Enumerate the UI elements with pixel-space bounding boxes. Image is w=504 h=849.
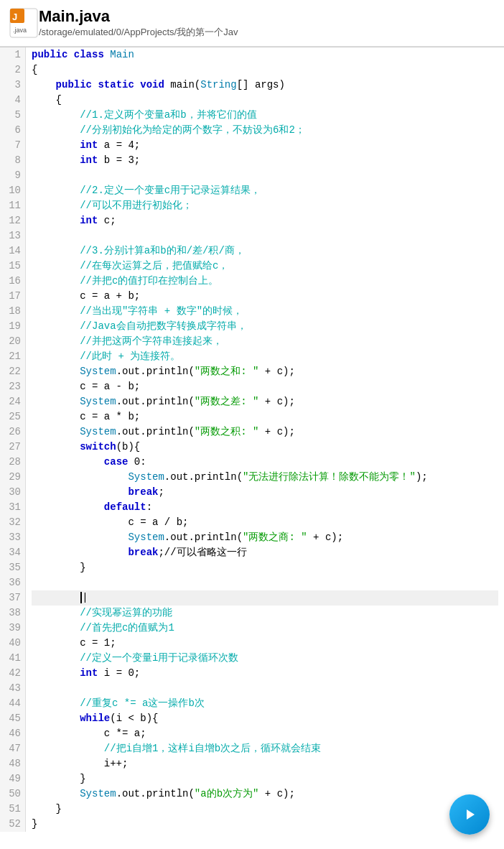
- plain-token: .out.println(: [116, 426, 195, 437]
- plain-token: i = 0;: [98, 667, 140, 679]
- code-line: //实现幂运算的功能: [32, 606, 498, 621]
- line-number: 11: [4, 198, 21, 213]
- code-line: break;: [32, 485, 498, 500]
- line-number: 33: [4, 530, 21, 545]
- line-number: 19: [4, 319, 21, 334]
- plain-token: .out.println(: [116, 366, 195, 377]
- plain-token: [32, 366, 80, 377]
- plain-token: (i < b){: [110, 713, 158, 724]
- plain-token: .out.println(: [116, 788, 195, 799]
- line-number: 37: [4, 590, 21, 606]
- code-line: public static void main(String[] args): [32, 78, 498, 93]
- line-number: 50: [4, 787, 21, 802]
- plain-token: [32, 547, 128, 558]
- code-line: [32, 575, 498, 590]
- kw-token: default: [104, 501, 146, 513]
- code-editor[interactable]: public class Main{ public static void ma…: [26, 47, 504, 832]
- plain-token: [32, 139, 80, 151]
- line-number: 42: [4, 666, 21, 681]
- svg-marker-4: [467, 809, 475, 820]
- code-line: System.out.println("两数之和: " + c);: [32, 364, 498, 379]
- cn-token: System: [80, 426, 116, 437]
- plain-token: [] args): [237, 79, 285, 91]
- plain-token: 0:: [128, 456, 146, 468]
- java-file-icon: J .java: [9, 8, 39, 38]
- code-line: //Java会自动把数字转换成字符串，: [32, 319, 498, 334]
- kw-token: break: [128, 547, 158, 558]
- code-line: //2.定义一个变量c用于记录运算结果，: [32, 183, 498, 198]
- plain-token: .out.println(: [164, 471, 243, 483]
- cmt-token: //1.定义两个变量a和b，并将它们的值: [80, 109, 256, 121]
- plain-token: + c);: [258, 396, 294, 407]
- kw-token: switch: [80, 441, 116, 453]
- cmt-token: //Java会自动把数字转换成字符串，: [80, 320, 246, 332]
- code-line: System.out.println("两数之差: " + c);: [32, 394, 498, 409]
- code-line: //当出现"字符串 + 数字"的时候，: [32, 304, 498, 319]
- plain-token: .out.println(: [116, 396, 195, 407]
- plain-token: c = 1;: [32, 637, 116, 649]
- code-line: System.out.println("无法进行除法计算！除数不能为零！");: [32, 470, 498, 485]
- plain-token: [32, 305, 80, 317]
- plain-token: [32, 441, 80, 453]
- line-number: 9: [4, 168, 21, 183]
- str-token: "无法进行除法计算！除数不能为零！": [243, 471, 416, 483]
- line-number: 1: [4, 47, 21, 62]
- plain-token: [32, 788, 80, 799]
- code-line: [32, 228, 498, 243]
- code-line: |: [32, 590, 498, 606]
- file-title: Main.java: [39, 7, 238, 26]
- plain-token: ;//可以省略这一行: [158, 547, 246, 558]
- code-line: }: [32, 802, 498, 817]
- code-line: c = a * b;: [32, 409, 498, 424]
- line-number: 29: [4, 470, 21, 485]
- code-line: //1.定义两个变量a和b，并将它们的值: [32, 108, 498, 123]
- line-number: 20: [4, 334, 21, 349]
- kw-token: public: [32, 49, 74, 60]
- run-button[interactable]: [449, 794, 490, 835]
- code-line: }: [32, 560, 498, 575]
- plain-token: {: [32, 94, 62, 106]
- plain-token: c = a * b;: [32, 411, 140, 422]
- plain-token: [32, 501, 104, 513]
- plain-token: [32, 260, 80, 272]
- cmt-token: //实现幂运算的功能: [80, 607, 172, 618]
- line-number: 44: [4, 696, 21, 711]
- line-number: 51: [4, 802, 21, 817]
- plain-token: [32, 275, 80, 287]
- line-number: 30: [4, 485, 21, 500]
- cursor-token: |: [80, 592, 88, 603]
- line-number: 49: [4, 771, 21, 787]
- plain-token: + c);: [258, 366, 294, 377]
- plain-token: [32, 200, 80, 211]
- code-line: //并把c的值打印在控制台上。: [32, 274, 498, 289]
- svg-text:.java: .java: [13, 27, 27, 34]
- cmt-token: //2.定义一个变量c用于记录运算结果，: [80, 185, 261, 196]
- line-number: 16: [4, 274, 21, 289]
- plain-token: {: [32, 64, 37, 75]
- line-number: 34: [4, 545, 21, 560]
- code-line: c *= a;: [32, 726, 498, 741]
- line-number: 10: [4, 183, 21, 198]
- line-number: 22: [4, 364, 21, 379]
- line-number: 18: [4, 304, 21, 319]
- cn-token: Main: [110, 49, 134, 60]
- code-line: //分别初始化为给定的两个数字，不妨设为6和2；: [32, 123, 498, 138]
- line-number: 40: [4, 636, 21, 651]
- code-line: System.out.println("两数之积: " + c);: [32, 424, 498, 440]
- cmt-token: //此时 + 为连接符。: [80, 351, 180, 362]
- code-line: i++;: [32, 756, 498, 771]
- code-line: //重复c *= a这一操作b次: [32, 696, 498, 711]
- code-line: default:: [32, 500, 498, 515]
- plain-token: :: [146, 501, 152, 513]
- line-number: 28: [4, 455, 21, 470]
- plain-token: [32, 667, 80, 679]
- plain-token: c = a + b;: [32, 290, 140, 302]
- code-line: //并把这两个字符串连接起来，: [32, 334, 498, 349]
- plain-token: }: [32, 818, 37, 830]
- code-line: System.out.println("两数之商: " + c);: [32, 530, 498, 545]
- plain-token: [32, 351, 80, 362]
- plain-token: [32, 79, 56, 91]
- plain-token: [32, 471, 128, 483]
- svg-text:J: J: [12, 11, 17, 22]
- line-number: 36: [4, 575, 21, 590]
